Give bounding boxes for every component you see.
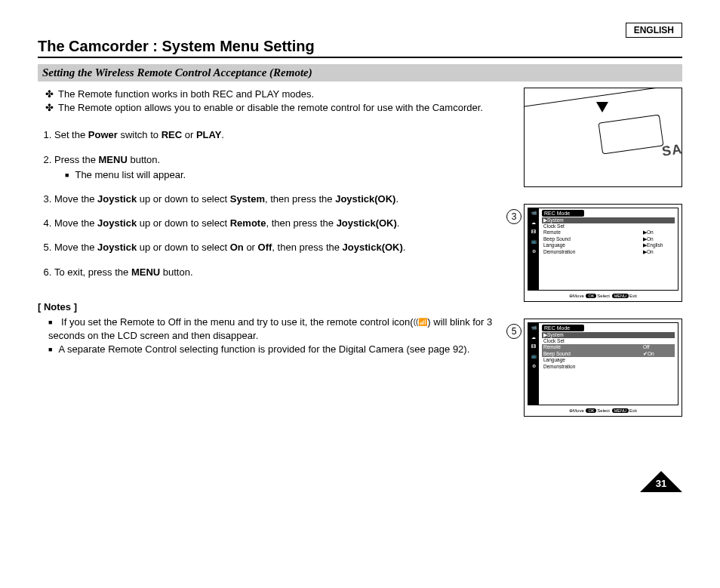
text: . [403,242,406,253]
bold: MENU [131,266,160,278]
arrow-down-icon [596,102,608,112]
text: . [395,193,398,205]
menu-value: Off [643,344,673,350]
menu-value [643,223,673,229]
text: Move the [54,193,97,205]
bold: Off [258,242,272,253]
menu-pill: MENU [612,408,629,413]
figures-column: 1 SAMS 3 📹 ☁ 🎞 📺 ⚙ REC Mode ▶System [524,88,682,433]
menu-item-highlight: Beep Sound✔On [542,351,675,357]
menu-label: Language [543,242,565,248]
text: . [221,129,224,140]
note-item: If you set the Remote to Off in the menu… [48,316,509,343]
menu-value: ✔On [643,351,673,357]
notes-list: If you set the Remote to Off in the menu… [38,316,509,357]
text: button. [128,154,160,165]
camera-icon: 📹 [531,325,537,330]
page-number-badge: 31 [640,471,682,492]
step-3: Move the Joystick up or down to select S… [54,192,509,206]
menu-icon-column: 📹 ☁ 🎞 📺 ⚙ [528,208,539,290]
step-2: Press the MENU button. The menu list wil… [54,153,509,182]
gear-icon: ⚙ [532,363,536,368]
footer-exit: Exit [629,294,637,298]
notes-heading: [ Notes ] [38,300,509,314]
menu-content: REC Mode ▶System Clock Set Remote▶On Bee… [539,208,678,290]
menu-label: Clock Set [543,223,565,229]
text: . [397,217,400,229]
bold: Remote [230,217,266,229]
menu-label: Remote [543,344,561,350]
menu-label: Beep Sound [543,236,571,242]
bold: MENU [99,154,128,165]
gear-icon: ⚙ [532,248,536,254]
menu-value: ▶On [643,236,673,242]
bold: Power [88,129,118,140]
text: Press the [54,154,99,165]
footer-select: Select [597,294,610,298]
bold: Joystick [97,193,137,205]
text: switch to [118,129,162,140]
text: , then press the [272,242,342,253]
bold: System [230,193,265,205]
bold: Joystick(OK) [335,193,395,205]
cloud-icon: ☁ [531,220,536,225]
text: If you set the Remote to Off in the menu… [61,316,414,328]
note-item: A separate Remote Control selecting func… [48,343,509,356]
menu-item: Language [542,357,675,363]
step-badge-3: 3 [506,209,522,224]
step-5: Move the Joystick up or down to select O… [54,241,509,254]
menu-value: ▶English [643,242,673,248]
substep: The menu list will appear. [65,168,509,182]
bold: Joystick [97,242,137,253]
menu-item: Clock Set [542,223,675,229]
text: , then press the [266,217,336,229]
camera-icon: 📹 [531,210,537,215]
step-1: Set the Power switch to REC or PLAY. [54,128,509,142]
page-number: 31 [640,478,682,489]
menu-item: Demonstration▶On [542,249,675,255]
text: , then press the [265,193,335,205]
section-title: Setting the Wireless Remote Control Acce… [38,64,682,82]
text: up or down to select [137,217,230,229]
remote-icon: ((📶 [414,317,428,328]
title-rule [38,57,682,58]
menu-label: Beep Sound [543,351,571,357]
menu-footer: ⊕Move OKSelect MENUExit [528,405,678,413]
text: or [244,242,258,253]
bold: REC [162,129,182,140]
bold: Joystick [97,217,137,229]
text: button. [160,266,192,278]
bold: Joystick(OK) [337,217,397,229]
menu-label: Language [543,357,565,363]
text: Move the [54,217,97,229]
steps-list: Set the Power switch to REC or PLAY. Pre… [38,128,509,279]
film-icon: 🎞 [531,229,536,234]
menu-content: REC Mode ▶System Clock Set RemoteOff Bee… [539,323,678,405]
intro-item: The Remote function works in both REC an… [45,88,509,101]
figure-menu-step5: 5 📹 ☁ 🎞 📺 ⚙ REC Mode ▶System Clock Set R… [524,319,682,417]
menu-icon-column: 📹 ☁ 🎞 📺 ⚙ [528,323,539,405]
tv-icon: 📺 [531,353,537,359]
menu-label: Clock Set [543,338,565,344]
menu-item: Clock Set [542,338,675,344]
step-4: Move the Joystick up or down to select R… [54,217,509,230]
menu-value [643,338,673,344]
text: up or down to select [137,242,230,253]
menu-item: Language▶English [542,242,675,248]
menu-selected-category: ▶System [542,332,675,338]
menu-label: Remote [543,229,561,236]
ok-pill: OK [586,408,596,413]
step-6: To exit, press the MENU button. [54,266,509,279]
menu-footer: ⊕Move OKSelect MENUExit [528,291,678,298]
menu-value [643,364,673,370]
menu-value [643,357,673,363]
footer-select: Select [597,408,610,413]
bold: PLAY [196,129,221,140]
intro-list: The Remote function works in both REC an… [38,88,509,115]
menu-label: Demonstration [543,364,575,370]
tv-icon: 📺 [531,239,537,244]
menu-item: Demonstration [542,364,675,370]
text: Move the [54,242,97,253]
footer-move: Move [573,294,584,298]
film-icon: 🎞 [531,344,536,349]
